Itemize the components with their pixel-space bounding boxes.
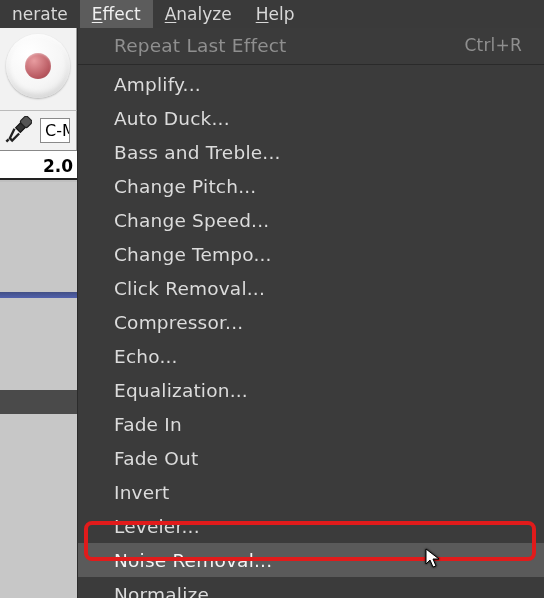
ruler-tick-label: 2.0 bbox=[43, 156, 73, 176]
menu-item-compressor[interactable]: Compressor... bbox=[78, 305, 544, 339]
menu-item-click-removal[interactable]: Click Removal... bbox=[78, 271, 544, 305]
menu-separator bbox=[78, 64, 544, 65]
track-area[interactable] bbox=[0, 182, 77, 598]
menu-item-auto-duck[interactable]: Auto Duck... bbox=[78, 101, 544, 135]
menu-item-change-pitch[interactable]: Change Pitch... bbox=[78, 169, 544, 203]
menu-item-amplify[interactable]: Amplify... bbox=[78, 67, 544, 101]
menu-analyze-label: Analyze bbox=[165, 4, 232, 24]
menu-generate[interactable]: nerate bbox=[0, 0, 80, 28]
menu-item-leveler[interactable]: Leveler... bbox=[78, 509, 544, 543]
menu-item-label: Compressor... bbox=[114, 312, 243, 333]
menu-item-noise-removal[interactable]: Noise Removal... bbox=[78, 543, 544, 577]
record-button[interactable] bbox=[6, 34, 70, 98]
track-separator bbox=[0, 390, 77, 414]
menu-item-label: Noise Removal... bbox=[114, 550, 272, 571]
menu-item-label: Fade Out bbox=[114, 448, 198, 469]
menu-item-equalization[interactable]: Equalization... bbox=[78, 373, 544, 407]
menu-item-label: Auto Duck... bbox=[114, 108, 230, 129]
device-toolbar: C-M bbox=[0, 110, 77, 150]
microphone-icon bbox=[4, 116, 34, 146]
menu-analyze[interactable]: Analyze bbox=[153, 0, 244, 28]
menu-help[interactable]: Help bbox=[244, 0, 307, 28]
menu-item-label: Bass and Treble... bbox=[114, 142, 281, 163]
input-device-selector[interactable]: C-M bbox=[40, 118, 70, 143]
menu-item-fade-in[interactable]: Fade In bbox=[78, 407, 544, 441]
menu-item-label: Amplify... bbox=[114, 74, 201, 95]
menu-item-label: Normalize... bbox=[114, 584, 227, 599]
effect-menu-panel: Repeat Last Effect Ctrl+R Amplify... Aut… bbox=[77, 28, 544, 598]
menu-item-bass-and-treble[interactable]: Bass and Treble... bbox=[78, 135, 544, 169]
menu-item-invert[interactable]: Invert bbox=[78, 475, 544, 509]
menu-help-label: Help bbox=[256, 4, 295, 24]
menu-item-label: Repeat Last Effect bbox=[114, 35, 287, 56]
menu-item-change-speed[interactable]: Change Speed... bbox=[78, 203, 544, 237]
menu-item-label: Invert bbox=[114, 482, 170, 503]
menu-item-label: Change Pitch... bbox=[114, 176, 256, 197]
menu-effect[interactable]: Effect bbox=[80, 0, 153, 28]
menu-generate-label: nerate bbox=[12, 4, 68, 24]
timeline-ruler[interactable]: 2.0 bbox=[0, 150, 77, 180]
menu-item-normalize[interactable]: Normalize... bbox=[78, 577, 544, 598]
menu-item-repeat-last-effect: Repeat Last Effect Ctrl+R bbox=[78, 28, 544, 62]
waveform bbox=[0, 292, 77, 298]
input-device-value: C-M bbox=[45, 121, 70, 140]
menu-item-label: Click Removal... bbox=[114, 278, 265, 299]
menu-item-label: Equalization... bbox=[114, 380, 248, 401]
menu-item-label: Change Speed... bbox=[114, 210, 269, 231]
menu-effect-label: Effect bbox=[92, 4, 141, 24]
menu-item-label: Leveler... bbox=[114, 516, 200, 537]
menu-item-fade-out[interactable]: Fade Out bbox=[78, 441, 544, 475]
menu-item-label: Echo... bbox=[114, 346, 178, 367]
menu-item-echo[interactable]: Echo... bbox=[78, 339, 544, 373]
menu-item-label: Change Tempo... bbox=[114, 244, 272, 265]
menu-item-shortcut: Ctrl+R bbox=[464, 35, 522, 55]
menu-item-change-tempo[interactable]: Change Tempo... bbox=[78, 237, 544, 271]
transport-toolbar bbox=[0, 28, 77, 110]
menu-item-label: Fade In bbox=[114, 414, 182, 435]
menubar: nerate Effect Analyze Help bbox=[0, 0, 544, 28]
